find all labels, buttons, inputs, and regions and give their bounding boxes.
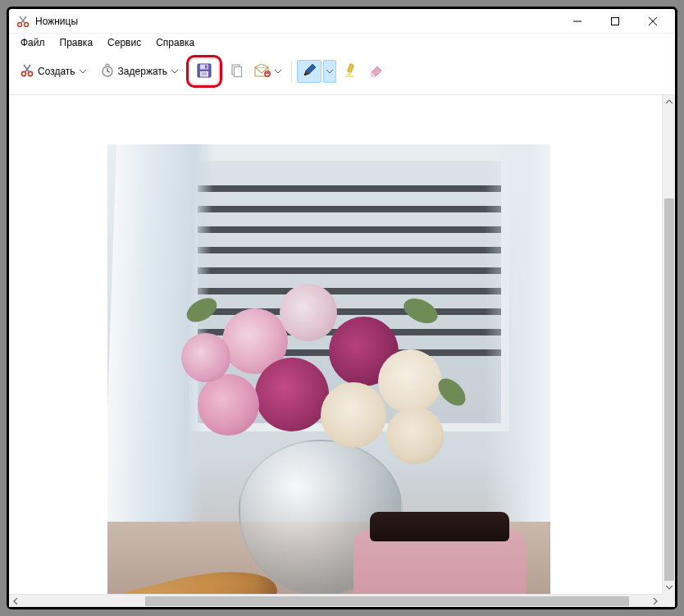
copy-icon bbox=[229, 63, 244, 80]
floppy-icon bbox=[196, 62, 212, 81]
svg-rect-17 bbox=[205, 65, 207, 68]
pen-icon bbox=[302, 63, 317, 80]
scissors-new-icon bbox=[20, 63, 34, 80]
menu-tools[interactable]: Сервис bbox=[101, 35, 148, 50]
svg-rect-22 bbox=[235, 66, 242, 76]
minimize-button[interactable] bbox=[559, 9, 596, 34]
new-snip-button[interactable]: Создать bbox=[14, 60, 93, 83]
svg-rect-5 bbox=[612, 17, 619, 25]
resize-grip[interactable] bbox=[662, 594, 675, 607]
menu-file[interactable]: Файл bbox=[14, 35, 52, 50]
pen-button[interactable] bbox=[297, 60, 321, 83]
envelope-icon bbox=[254, 64, 271, 80]
window-controls bbox=[559, 9, 672, 34]
chevron-down-icon bbox=[171, 68, 179, 75]
menu-help[interactable]: Справка bbox=[149, 35, 201, 50]
vertical-scrollbar[interactable] bbox=[662, 95, 675, 594]
scroll-right-icon[interactable] bbox=[649, 595, 662, 608]
scroll-up-icon[interactable] bbox=[663, 95, 676, 108]
content-area bbox=[9, 95, 675, 607]
toolbar-separator bbox=[291, 62, 292, 81]
titlebar: Ножницы bbox=[9, 9, 675, 34]
svg-rect-18 bbox=[200, 71, 208, 77]
scroll-thumb-vertical[interactable] bbox=[664, 198, 674, 581]
svg-rect-25 bbox=[347, 63, 353, 72]
maximize-button[interactable] bbox=[596, 9, 634, 34]
scroll-thumb-horizontal[interactable] bbox=[145, 596, 629, 606]
send-button[interactable] bbox=[250, 60, 286, 83]
delay-button[interactable]: Задержать bbox=[94, 60, 185, 83]
chevron-down-icon bbox=[274, 68, 282, 75]
highlighter-button[interactable] bbox=[338, 60, 363, 83]
save-button-highlight bbox=[186, 55, 222, 88]
menubar: Файл Правка Сервис Справка bbox=[9, 34, 675, 52]
chevron-down-icon bbox=[79, 68, 87, 75]
pen-dropdown[interactable] bbox=[323, 60, 336, 83]
copy-button[interactable] bbox=[224, 60, 249, 83]
scissors-icon bbox=[16, 14, 30, 29]
eraser-button[interactable] bbox=[364, 60, 389, 83]
delay-label: Задержать bbox=[118, 66, 167, 77]
scroll-left-icon[interactable] bbox=[9, 595, 22, 608]
toolbar: Создать Задержать bbox=[9, 52, 675, 95]
app-window: Ножницы Файл Правка Сервис Справка bbox=[7, 7, 677, 609]
svg-rect-26 bbox=[345, 75, 353, 77]
clock-icon bbox=[100, 63, 115, 80]
window-title: Ножницы bbox=[35, 16, 559, 27]
close-button[interactable] bbox=[634, 9, 672, 34]
horizontal-scrollbar[interactable] bbox=[9, 594, 662, 607]
chevron-down-icon bbox=[326, 68, 333, 75]
menu-edit[interactable]: Правка bbox=[53, 35, 100, 50]
scroll-down-icon[interactable] bbox=[663, 581, 676, 594]
highlighter-icon bbox=[343, 63, 358, 80]
save-button[interactable] bbox=[190, 59, 218, 84]
new-snip-label: Создать bbox=[38, 66, 75, 77]
eraser-icon bbox=[369, 64, 384, 80]
captured-image bbox=[107, 144, 550, 594]
snip-canvas[interactable] bbox=[9, 95, 662, 594]
